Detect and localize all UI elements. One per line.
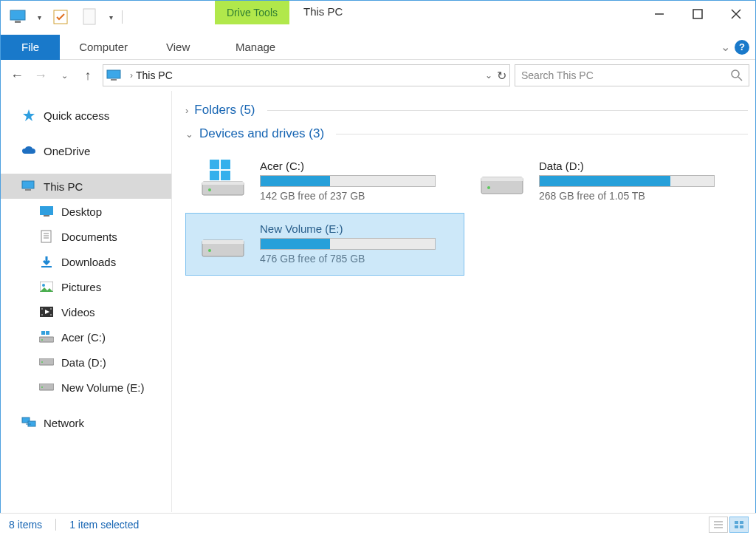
section-devices[interactable]: ⌄ Devices and drives (3) <box>185 126 748 141</box>
tab-file[interactable]: File <box>1 35 60 60</box>
qat-blank-icon[interactable] <box>77 4 103 30</box>
svg-rect-52 <box>202 240 244 244</box>
section-folders[interactable]: › Folders (5) <box>185 103 748 117</box>
up-button[interactable]: ↑ <box>78 65 98 86</box>
breadcrumb-separator[interactable]: › <box>130 70 133 81</box>
svg-rect-33 <box>46 331 49 335</box>
svg-rect-8 <box>107 70 120 78</box>
svg-rect-34 <box>39 358 54 365</box>
contextual-tab-drive-tools: Drive Tools <box>215 1 289 24</box>
navigation-pane: Quick access OneDrive This PC Desktop Do… <box>1 91 172 512</box>
status-item-count: 8 items <box>9 519 42 531</box>
tab-view[interactable]: View <box>147 35 209 60</box>
svg-rect-60 <box>740 525 743 528</box>
svg-rect-14 <box>25 189 31 191</box>
qat-properties-icon[interactable] <box>47 4 74 30</box>
qat-dropdown-1[interactable]: ▾ <box>35 13 44 21</box>
svg-rect-17 <box>41 231 51 242</box>
drive-name: Acer (C:) <box>260 160 453 172</box>
svg-rect-25 <box>41 308 43 310</box>
tab-computer[interactable]: Computer <box>60 35 147 60</box>
tree-documents[interactable]: Documents <box>1 224 171 249</box>
status-bar: 8 items 1 item selected <box>0 513 756 535</box>
svg-rect-45 <box>221 160 230 169</box>
svg-point-37 <box>41 386 43 388</box>
qat-customize-dropdown[interactable]: ▾ <box>106 13 116 21</box>
svg-marker-12 <box>23 109 35 121</box>
tree-quick-access[interactable]: Quick access <box>1 103 171 128</box>
drive-free-text: 268 GB free of 1.05 TB <box>539 190 732 202</box>
maximize-button[interactable] <box>678 1 717 27</box>
tree-desktop[interactable]: Desktop <box>1 199 171 224</box>
tab-manage[interactable]: Manage <box>215 35 296 60</box>
recent-locations-dropdown[interactable]: ⌄ <box>54 65 75 86</box>
view-large-icons-button[interactable] <box>729 517 749 533</box>
svg-point-50 <box>487 186 490 189</box>
drive-large-icon <box>199 222 247 261</box>
ribbon-collapse-chevron[interactable]: ⌄ <box>721 40 730 54</box>
forward-button[interactable]: → <box>30 65 51 86</box>
tree-new-volume-e[interactable]: New Volume (E:) <box>1 375 171 400</box>
close-button[interactable] <box>717 1 755 27</box>
tree-onedrive[interactable]: OneDrive <box>1 138 171 163</box>
breadcrumb-this-pc[interactable]: This PC <box>136 69 173 81</box>
tree-downloads[interactable]: Downloads <box>1 249 171 274</box>
svg-rect-9 <box>111 79 117 81</box>
svg-rect-27 <box>50 308 52 310</box>
os-drive-icon <box>39 330 54 344</box>
svg-rect-15 <box>40 206 53 215</box>
svg-rect-36 <box>39 384 54 390</box>
chevron-right-icon: › <box>185 105 188 116</box>
svg-rect-59 <box>735 525 738 528</box>
svg-rect-16 <box>44 215 49 217</box>
svg-rect-1 <box>15 21 21 23</box>
drive-item-d[interactable]: Data (D:) 268 GB free of 1.05 TB <box>464 150 743 213</box>
svg-rect-32 <box>41 331 45 335</box>
tree-data-d[interactable]: Data (D:) <box>1 350 171 375</box>
drive-name: Data (D:) <box>539 160 732 172</box>
pictures-icon <box>39 280 54 293</box>
back-button[interactable]: ← <box>7 65 27 86</box>
view-details-button[interactable] <box>709 517 728 533</box>
tree-this-pc[interactable]: This PC <box>1 174 171 199</box>
svg-rect-0 <box>10 10 25 20</box>
address-dropdown-icon[interactable]: ⌄ <box>485 70 492 81</box>
drive-usage-bar <box>539 175 715 187</box>
tree-pictures[interactable]: Pictures <box>1 274 171 299</box>
navigation-bar: ← → ⌄ ↑ › This PC ⌄ ↻ Search This PC <box>1 60 755 91</box>
svg-rect-47 <box>221 171 230 180</box>
drive-usage-bar <box>260 175 436 187</box>
minimize-button[interactable] <box>640 1 678 27</box>
svg-line-11 <box>738 77 742 81</box>
svg-point-23 <box>42 284 45 287</box>
os-drive-large-icon <box>199 160 247 198</box>
this-pc-icon <box>106 69 123 81</box>
svg-rect-58 <box>740 521 743 524</box>
svg-rect-13 <box>22 181 34 188</box>
help-button[interactable]: ? <box>735 40 749 55</box>
tree-network[interactable]: Network <box>1 410 171 435</box>
search-box[interactable]: Search This PC <box>515 64 749 86</box>
quick-access-toolbar: ▾ ▾ <box>1 1 130 33</box>
refresh-button[interactable]: ↻ <box>497 69 506 83</box>
window-title: This PC <box>303 5 343 18</box>
svg-rect-42 <box>202 182 244 185</box>
drive-large-icon <box>478 160 526 198</box>
drive-icon <box>39 355 54 369</box>
chevron-down-icon: ⌄ <box>185 129 193 140</box>
tree-videos[interactable]: Videos <box>1 299 171 324</box>
tree-acer-c[interactable]: Acer (C:) <box>1 324 171 350</box>
svg-rect-30 <box>39 337 54 342</box>
qat-monitor-icon[interactable] <box>5 4 32 30</box>
drive-item-c[interactable]: Acer (C:) 142 GB free of 237 GB <box>185 150 464 213</box>
qat-separator <box>122 10 123 24</box>
drive-usage-bar <box>260 238 436 250</box>
drive-item-e[interactable]: New Volume (E:) 476 GB free of 785 GB <box>185 213 464 276</box>
title-bar: ▾ ▾ Drive Tools This PC <box>1 1 755 35</box>
svg-rect-49 <box>481 177 523 181</box>
svg-rect-44 <box>210 160 219 169</box>
search-icon[interactable] <box>731 69 743 81</box>
drive-icon <box>39 381 54 394</box>
address-bar[interactable]: › This PC ⌄ ↻ <box>103 64 510 86</box>
cloud-icon <box>21 144 36 157</box>
